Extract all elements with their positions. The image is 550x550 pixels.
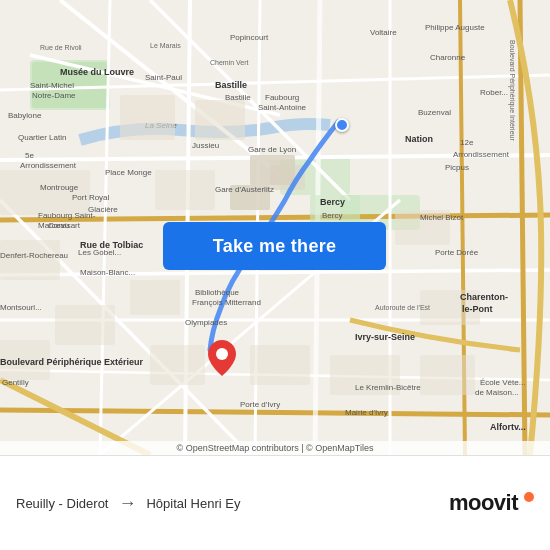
svg-text:Charenton-: Charenton- bbox=[460, 292, 508, 302]
moovit-dot-icon bbox=[524, 492, 534, 502]
svg-text:Notre-Dame: Notre-Dame bbox=[32, 91, 76, 100]
svg-rect-35 bbox=[130, 280, 180, 315]
svg-text:Saint-Antoine: Saint-Antoine bbox=[258, 103, 307, 112]
svg-text:Picpus: Picpus bbox=[445, 163, 469, 172]
svg-text:Voltaire: Voltaire bbox=[370, 28, 397, 37]
svg-rect-36 bbox=[55, 305, 115, 345]
svg-text:Arrondissement: Arrondissement bbox=[20, 161, 77, 170]
svg-text:Faubourg Saint-: Faubourg Saint- bbox=[38, 211, 96, 220]
svg-text:Autoroute de l'Est: Autoroute de l'Est bbox=[375, 304, 430, 311]
svg-text:Bastille: Bastille bbox=[225, 93, 251, 102]
svg-text:Gare de Lyon: Gare de Lyon bbox=[248, 145, 296, 154]
svg-text:le-Pont: le-Pont bbox=[462, 304, 493, 314]
svg-point-104 bbox=[216, 348, 228, 360]
svg-text:Maison-Blanc...: Maison-Blanc... bbox=[80, 268, 135, 277]
svg-text:Gare d'Austerlitz: Gare d'Austerlitz bbox=[215, 185, 274, 194]
app-container: La Seine bbox=[0, 0, 550, 550]
svg-text:Alfortv...: Alfortv... bbox=[490, 422, 526, 432]
svg-text:Le Kremlin-Bicêtre: Le Kremlin-Bicêtre bbox=[355, 383, 421, 392]
svg-text:Le Marais: Le Marais bbox=[150, 42, 181, 49]
svg-text:Les Gobel...: Les Gobel... bbox=[78, 248, 121, 257]
svg-rect-28 bbox=[155, 170, 215, 210]
svg-text:Charonne: Charonne bbox=[430, 53, 466, 62]
svg-rect-38 bbox=[250, 345, 310, 385]
svg-text:Rober...: Rober... bbox=[480, 88, 508, 97]
svg-text:Porte Dorée: Porte Dorée bbox=[435, 248, 479, 257]
svg-text:Porte d'Ivry: Porte d'Ivry bbox=[240, 400, 280, 409]
svg-text:Chemin Vert: Chemin Vert bbox=[210, 59, 249, 66]
svg-text:5e: 5e bbox=[25, 151, 34, 160]
svg-text:François Mitterrand: François Mitterrand bbox=[192, 298, 261, 307]
svg-rect-25 bbox=[120, 95, 175, 140]
origin-marker bbox=[335, 118, 349, 132]
svg-text:Bastille: Bastille bbox=[215, 80, 247, 90]
svg-text:Mairie d'Ivry: Mairie d'Ivry bbox=[345, 408, 388, 417]
svg-rect-41 bbox=[250, 155, 295, 185]
take-me-there-button[interactable]: Take me there bbox=[163, 222, 386, 270]
svg-text:Babylone: Babylone bbox=[8, 111, 42, 120]
svg-text:Montsourl...: Montsourl... bbox=[0, 303, 42, 312]
svg-rect-26 bbox=[195, 100, 245, 140]
svg-text:Musée du Louvre: Musée du Louvre bbox=[60, 67, 134, 77]
svg-text:Saint-Michel: Saint-Michel bbox=[30, 81, 74, 90]
svg-text:Faubourg: Faubourg bbox=[265, 93, 299, 102]
svg-text:Saint-Paul: Saint-Paul bbox=[145, 73, 182, 82]
svg-text:Boulevard Périphérique Intérie: Boulevard Périphérique Intérieur bbox=[508, 40, 516, 141]
svg-text:Port Royal: Port Royal bbox=[72, 193, 110, 202]
svg-text:École Véte...: École Véte... bbox=[480, 378, 525, 387]
svg-rect-37 bbox=[150, 345, 205, 385]
svg-text:Olympiades: Olympiades bbox=[185, 318, 227, 327]
svg-text:Montrouge: Montrouge bbox=[40, 183, 79, 192]
moovit-brand: moovit bbox=[449, 490, 534, 516]
moovit-wordmark: moovit bbox=[449, 490, 518, 516]
attribution-text: © OpenStreetMap contributors | © OpenMap… bbox=[177, 443, 374, 453]
svg-text:Boulevard Périphérique Extérie: Boulevard Périphérique Extérieur bbox=[0, 357, 144, 367]
svg-text:Jussieu: Jussieu bbox=[192, 141, 219, 150]
route-arrow-icon: → bbox=[118, 493, 136, 514]
map-attribution: © OpenStreetMap contributors | © OpenMap… bbox=[0, 441, 550, 455]
svg-text:Denfert-Rochereau: Denfert-Rochereau bbox=[0, 251, 68, 260]
svg-text:Buzenval: Buzenval bbox=[418, 108, 451, 117]
svg-text:Quartier Latin: Quartier Latin bbox=[18, 133, 66, 142]
svg-rect-40 bbox=[0, 240, 60, 280]
svg-text:Bercy: Bercy bbox=[322, 211, 342, 220]
svg-text:Popincourt: Popincourt bbox=[230, 33, 269, 42]
svg-text:Arrondissement: Arrondissement bbox=[453, 150, 510, 159]
svg-text:Bercy: Bercy bbox=[320, 197, 345, 207]
svg-text:Gentilly: Gentilly bbox=[2, 378, 29, 387]
take-me-there-overlay: Take me there bbox=[163, 222, 386, 270]
svg-text:Bibliothèque: Bibliothèque bbox=[195, 288, 240, 297]
bottom-bar: Reuilly - Diderot → Hôpital Henri Ey moo… bbox=[0, 455, 550, 550]
svg-text:Philippe Auguste: Philippe Auguste bbox=[425, 23, 485, 32]
svg-text:Nation: Nation bbox=[405, 134, 433, 144]
svg-text:Place Monge: Place Monge bbox=[105, 168, 152, 177]
svg-text:Rue de Rivoli: Rue de Rivoli bbox=[40, 44, 82, 51]
to-station: Hôpital Henri Ey bbox=[146, 496, 240, 511]
from-station: Reuilly - Diderot bbox=[16, 496, 108, 511]
svg-text:de Maison...: de Maison... bbox=[475, 388, 519, 397]
map-container[interactable]: La Seine bbox=[0, 0, 550, 455]
destination-pin bbox=[208, 340, 236, 376]
svg-text:12e: 12e bbox=[460, 138, 474, 147]
moovit-logo: moovit bbox=[449, 490, 534, 516]
svg-text:Ivry-sur-Seine: Ivry-sur-Seine bbox=[355, 332, 415, 342]
route-info: Reuilly - Diderot → Hôpital Henri Ey bbox=[16, 493, 449, 514]
svg-text:Michel Bizot: Michel Bizot bbox=[420, 213, 464, 222]
svg-rect-34 bbox=[420, 355, 475, 395]
svg-text:Marceau: Marceau bbox=[38, 221, 69, 230]
